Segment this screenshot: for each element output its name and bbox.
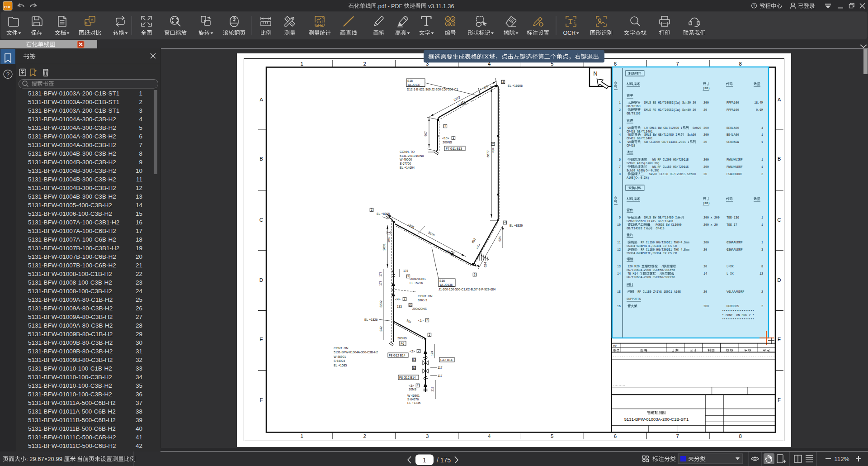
svg-text:N: N [593, 70, 597, 77]
svg-text:200: 200 [703, 158, 709, 162]
svg-text:5: 5 [429, 333, 430, 336]
svg-text:17: 17 [136, 228, 142, 234]
svg-text:75 M14: 75 M14 [627, 272, 640, 276]
svg-text:EL +8305: EL +8305 [377, 212, 390, 215]
svg-text:133: 133 [397, 305, 402, 308]
svg-text:2: 2 [619, 109, 621, 112]
svg-text:D: D [259, 277, 263, 283]
svg-text:v3.11.1.36: v3.11.1.36 [427, 3, 454, 10]
svg-text:EL +1826: EL +1826 [364, 318, 378, 321]
svg-text:D: D [777, 277, 781, 283]
svg-text:1: 1 [423, 456, 426, 464]
svg-text:20NS: 20NS [409, 388, 416, 391]
svg-text:******************: ****************** [722, 310, 754, 313]
svg-text:E: E [778, 337, 781, 342]
svg-text:GB/T8163: GB/T8163 [627, 105, 641, 108]
svg-text:4: 4 [139, 116, 142, 123]
svg-text:8: 8 [739, 61, 741, 67]
svg-text:5: 5 [139, 124, 142, 131]
svg-text:5: 5 [619, 141, 621, 144]
svg-text:5131-BFW-01009B-80-C3B-H2: 5131-BFW-01009B-80-C3B-H2 [28, 339, 113, 346]
svg-text:5131-BFW-01004B-300-C3B-H2: 5131-BFW-01004B-300-C3B-H2 [28, 150, 116, 157]
svg-text:31: 31 [136, 348, 142, 355]
svg-text:SUPPORTS: SUPPORTS [627, 298, 641, 301]
svg-text:12: 12 [136, 185, 142, 191]
svg-text:SMLS BW GB/T12459 I: SMLS BW GB/T12459 I [641, 216, 677, 219]
svg-text:<4>: <4> [395, 298, 401, 301]
svg-text:219: 219 [431, 386, 434, 391]
svg-text:6677: 6677 [486, 150, 490, 157]
svg-text:10: 10 [136, 167, 142, 174]
svg-text:(mm): (mm) [703, 87, 710, 90]
svg-text:20: 20 [703, 290, 707, 294]
svg-text:S16: S16 [439, 279, 445, 282]
svg-text:14: 14 [136, 202, 143, 209]
svg-text:B: B [778, 156, 781, 162]
svg-text:SMLS BW GB/T12459 I: SMLS BW GB/T12459 I [641, 133, 677, 137]
svg-text:200: 200 [703, 127, 709, 130]
svg-text:1: 1 [761, 241, 763, 244]
svg-text:11: 11 [136, 176, 142, 183]
svg-text:200 x 20: 200 x 20 [703, 223, 718, 227]
svg-text:1: 1 [404, 297, 406, 300]
svg-text:05/: 05/ [613, 345, 617, 347]
svg-text:20: 20 [703, 141, 707, 144]
svg-text:: 29.67×20.99: : 29.67×20.99 [26, 456, 64, 462]
svg-text:1: 1 [761, 223, 763, 227]
svg-text:200: 200 [703, 133, 709, 137]
svg-text:5131-BFW-01009B-80-C3B-H2: 5131-BFW-01009B-80-C3B-H2 [28, 348, 113, 355]
svg-text:5131-BFW-01009B-80-C3B-H2: 5131-BFW-01009B-80-C3B-H2 [28, 357, 113, 363]
svg-text:OCR: OCR [563, 30, 576, 36]
svg-text:1: 1 [761, 216, 763, 219]
svg-text:14: 14 [703, 272, 707, 276]
svg-text:200: 200 [703, 305, 709, 308]
svg-text:5131-BFW-01005-400-C3B-H2: 5131-BFW-01005-400-C3B-H2 [28, 202, 112, 209]
svg-text:3: 3 [619, 127, 621, 130]
svg-text:GB/T14383 I: GB/T14383 I [627, 227, 646, 230]
svg-text:5131-BFW-01007A-100-C3B1-H2: 5131-BFW-01007A-100-C3B1-H2 [28, 219, 119, 226]
svg-text:907: 907 [424, 131, 427, 137]
svg-text:SMLS BE HG/T20553(Ia) Sch20 20: SMLS BE HG/T20553(Ia) Sch20 20 [641, 101, 696, 105]
svg-text:FWNUHUIRF: FWNUHUIRF [726, 158, 743, 162]
svg-text:SW CL3000 GB/T14383-2021 I: SW CL3000 GB/T14383-2021 I [641, 141, 689, 144]
svg-text:90: 90 [627, 127, 631, 130]
svg-text:GSWAAUDRF: GSWAAUDRF [726, 248, 743, 252]
svg-text:178: 178 [379, 271, 382, 276]
svg-text:4: 4 [619, 133, 621, 137]
svg-text:19: 19 [136, 245, 142, 252]
svg-text:S 64024: S 64024 [334, 359, 345, 362]
svg-text:27: 27 [136, 314, 142, 320]
svg-text:8: 8 [139, 150, 142, 157]
svg-text:2: 2 [761, 305, 763, 308]
svg-text:W 46901: W 46901 [407, 394, 420, 397]
svg-text:3: 3 [447, 22, 448, 26]
svg-text:5131-BFW-01004B-300-C3B-H2: 5131-BFW-01004B-300-C3B-H2 [28, 193, 116, 200]
svg-text:GB/T8163: GB/T8163 [627, 112, 641, 115]
svg-text:1: 1 [491, 143, 495, 145]
svg-text:A: A [91, 18, 94, 22]
svg-text:GSWAAUDRF: GSWAAUDRF [726, 241, 743, 244]
svg-text:5131-BFW-01011A-500-C6B-H2: 5131-BFW-01011A-500-C6B-H2 [28, 408, 116, 415]
svg-text:F8 G12 B14: F8 G12 B14 [399, 376, 416, 379]
svg-text:16: 16 [136, 219, 142, 226]
svg-text:7: 7 [676, 433, 679, 439]
svg-text:RF CL150 Z41Y8-150C1 A105: RF CL150 Z41Y8-150C1 A105 [634, 290, 681, 294]
svg-text:<10>: <10> [442, 137, 449, 140]
svg-text:FSWUHUDRF: FSWUHUDRF [726, 173, 743, 176]
svg-text:45: 45 [627, 133, 631, 137]
svg-text:20: 20 [703, 173, 707, 176]
svg-text:624: 624 [498, 236, 501, 242]
svg-text:5131-BFW-01010-100-C3B-H2: 5131-BFW-01010-100-C3B-H2 [28, 382, 112, 389]
svg-text:200: 200 [703, 241, 709, 244]
svg-text:90: 90 [627, 141, 631, 144]
svg-text:28: 28 [136, 322, 142, 329]
svg-text:L=XX: L=XX [726, 272, 734, 276]
svg-text:BE4LA00: BE4LA00 [726, 133, 739, 137]
svg-text:EL +8929: EL +8929 [509, 224, 523, 227]
svg-text:21: 21 [136, 262, 142, 269]
svg-text:2: 2 [139, 99, 142, 105]
svg-text:BE9LA00: BE9LA00 [726, 127, 739, 130]
svg-text:5131-BFW-01004A-300-C3B-H2: 5131-BFW-01004A-300-C3B-H2 [28, 116, 116, 123]
svg-text:S 67700: S 67700 [400, 162, 411, 165]
svg-text:S 64376: S 64376 [407, 398, 419, 401]
